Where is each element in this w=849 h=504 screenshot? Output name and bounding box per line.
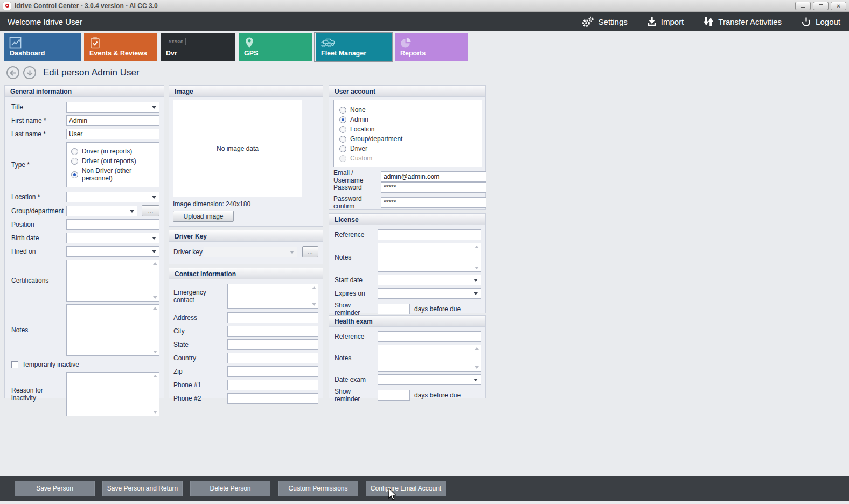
delete-person-button[interactable]: Delete Person xyxy=(190,481,270,496)
notes-label: Notes xyxy=(11,326,66,334)
radio-icon xyxy=(339,136,346,143)
position-field[interactable] xyxy=(66,219,159,230)
email-username-field[interactable] xyxy=(381,171,486,182)
city-field[interactable] xyxy=(227,326,318,337)
tab-dashboard[interactable]: Dashboard xyxy=(4,33,81,61)
radio-disabled-icon xyxy=(339,155,346,162)
configure-email-account-button[interactable]: Configure Email Account xyxy=(366,481,446,496)
license-reference-field[interactable] xyxy=(378,229,481,240)
temporarily-inactive-checkbox[interactable]: Temporarily inactive xyxy=(11,361,159,368)
chevron-down-icon xyxy=(152,237,156,240)
welcome-text: Welcome Idrive User xyxy=(8,17,82,26)
driver-key-browse-button[interactable]: ... xyxy=(302,246,318,257)
radio-non-driver[interactable]: Non Driver (other personnel) xyxy=(71,167,155,182)
health-reference-field[interactable] xyxy=(378,331,481,342)
close-button[interactable]: × xyxy=(831,2,846,10)
scroll-down-button[interactable] xyxy=(23,66,36,79)
group-department-select[interactable] xyxy=(66,206,137,216)
address-field[interactable] xyxy=(227,312,318,323)
birth-date-select[interactable] xyxy=(66,233,159,243)
tab-dvr[interactable]: MERGE Dvr xyxy=(161,33,235,61)
start-date-label: Start date xyxy=(335,276,378,284)
map-pin-icon xyxy=(243,37,255,50)
radio-role-location[interactable]: Location xyxy=(339,125,476,133)
title-select[interactable] xyxy=(66,102,159,113)
save-person-return-button[interactable]: Save Person and Return xyxy=(102,481,183,496)
phone2-label: Phone #2 xyxy=(173,395,227,402)
reason-inactivity-field[interactable] xyxy=(66,372,159,416)
certifications-label: Certifications xyxy=(11,277,66,284)
back-button[interactable] xyxy=(6,66,19,79)
textarea-scrollbar[interactable] xyxy=(474,347,479,369)
radio-driver-out-reports[interactable]: Driver (out reports) xyxy=(71,157,155,165)
transfer-activities-button[interactable]: Transfer Activities xyxy=(703,16,782,27)
chevron-down-icon xyxy=(474,292,478,295)
panel-title: Health exam xyxy=(329,316,485,327)
arrow-left-icon xyxy=(10,69,17,76)
first-name-field[interactable] xyxy=(66,115,159,126)
main-tabs: Dashboard Events & Reviews MERGE Dvr GPS xyxy=(0,31,849,62)
tab-events-reviews[interactable]: Events & Reviews xyxy=(84,33,157,61)
group-browse-button[interactable]: ... xyxy=(142,205,159,216)
zip-field[interactable] xyxy=(227,366,318,377)
image-preview: No image data xyxy=(173,100,302,197)
health-notes-field[interactable] xyxy=(378,345,481,372)
tab-fleet-manager[interactable]: Fleet Manager xyxy=(316,33,392,61)
textarea-scrollbar[interactable] xyxy=(311,286,316,306)
tab-reports[interactable]: Reports xyxy=(395,33,468,61)
phone1-field[interactable] xyxy=(227,380,318,390)
radio-role-none[interactable]: None xyxy=(339,106,476,114)
state-field[interactable] xyxy=(227,339,318,350)
panel-title: License xyxy=(329,214,485,225)
textarea-scrollbar[interactable] xyxy=(474,246,479,269)
password-confirm-field[interactable] xyxy=(381,197,486,208)
password-field[interactable] xyxy=(381,182,486,193)
certifications-field[interactable] xyxy=(66,260,159,302)
radio-role-admin[interactable]: Admin xyxy=(339,116,476,123)
textarea-scrollbar[interactable] xyxy=(152,262,157,299)
upload-image-button[interactable]: Upload image xyxy=(173,211,234,222)
clipboard-check-icon xyxy=(89,37,101,50)
location-select[interactable] xyxy=(66,192,159,202)
group-department-label: Group/department xyxy=(11,207,66,215)
phone2-field[interactable] xyxy=(227,393,318,404)
custom-permissions-button[interactable]: Custom Permissions xyxy=(278,481,358,496)
start-date-select[interactable] xyxy=(378,275,481,285)
pie-chart-icon xyxy=(400,37,413,50)
emergency-contact-field[interactable] xyxy=(227,284,318,309)
panel-title: Driver Key xyxy=(169,230,323,242)
license-notes-field[interactable] xyxy=(378,243,481,272)
logout-button[interactable]: Logout xyxy=(801,17,840,27)
tab-gps[interactable]: GPS xyxy=(239,33,312,61)
country-field[interactable] xyxy=(227,353,318,363)
save-person-button[interactable]: Save Person xyxy=(15,481,95,496)
radio-role-group-department[interactable]: Group/department xyxy=(339,135,476,143)
textarea-scrollbar[interactable] xyxy=(152,307,157,353)
date-exam-label: Date exam xyxy=(335,376,378,383)
license-reminder-field[interactable] xyxy=(378,304,410,314)
reason-inactivity-label: Reason for inactivity xyxy=(11,387,66,402)
settings-button[interactable]: Settings xyxy=(581,16,628,27)
phone1-label: Phone #1 xyxy=(173,381,227,389)
textarea-scrollbar[interactable] xyxy=(152,375,157,414)
type-radio-group: Driver (in reports) Driver (out reports)… xyxy=(66,142,159,187)
radio-driver-in-reports[interactable]: Driver (in reports) xyxy=(71,148,155,155)
close-icon: × xyxy=(831,2,846,10)
health-reminder-field[interactable] xyxy=(378,390,410,401)
panel-driver-key: Driver Key Driver key ... xyxy=(169,230,323,264)
driver-key-select[interactable] xyxy=(204,247,297,257)
expires-on-select[interactable] xyxy=(378,288,481,299)
last-name-field[interactable] xyxy=(66,129,159,139)
person-name: Admin User xyxy=(92,67,140,78)
state-label: State xyxy=(173,341,227,348)
import-button[interactable]: Import xyxy=(647,17,684,27)
notes-field[interactable] xyxy=(66,304,159,356)
date-exam-select[interactable] xyxy=(378,374,481,385)
radio-checked-icon xyxy=(339,116,346,123)
health-reminder-suffix: days before due xyxy=(414,391,461,399)
radio-role-driver[interactable]: Driver xyxy=(339,145,476,152)
hired-on-select[interactable] xyxy=(66,246,159,257)
minimize-button[interactable] xyxy=(795,2,811,10)
panel-image: Image No image data Image dimension: 240… xyxy=(169,85,323,227)
maximize-button[interactable] xyxy=(813,2,829,10)
